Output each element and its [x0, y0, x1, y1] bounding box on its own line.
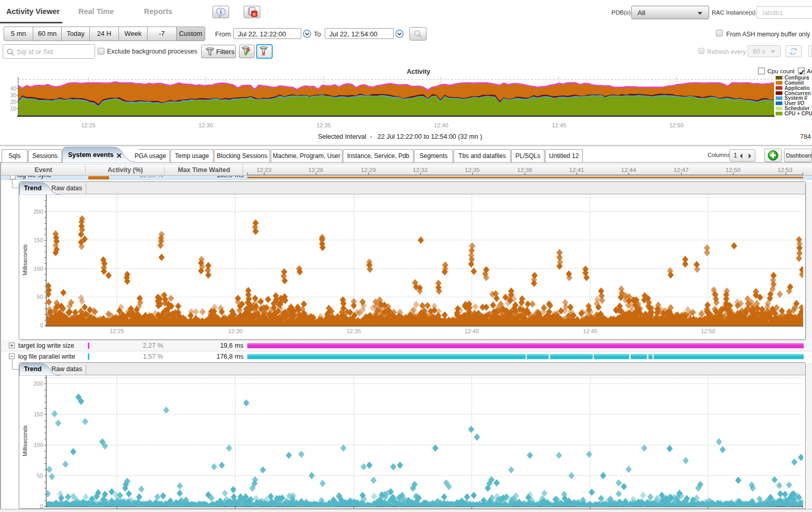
svg-text:0: 0: [40, 322, 43, 329]
svg-text:50: 50: [37, 294, 43, 300]
svg-text:200: 200: [34, 208, 43, 215]
svg-text:100: 100: [34, 266, 43, 272]
svg-text:150: 150: [34, 237, 43, 243]
svg-text:12:50: 12:50: [701, 328, 715, 334]
svg-text:12:35: 12:35: [347, 328, 361, 334]
svg-text:Milliseconds: Milliseconds: [22, 244, 28, 275]
svg-text:12:40: 12:40: [464, 328, 479, 334]
svg-text:12:45: 12:45: [583, 328, 597, 334]
svg-text:12:30: 12:30: [228, 328, 243, 334]
svg-text:12:25: 12:25: [110, 328, 124, 334]
